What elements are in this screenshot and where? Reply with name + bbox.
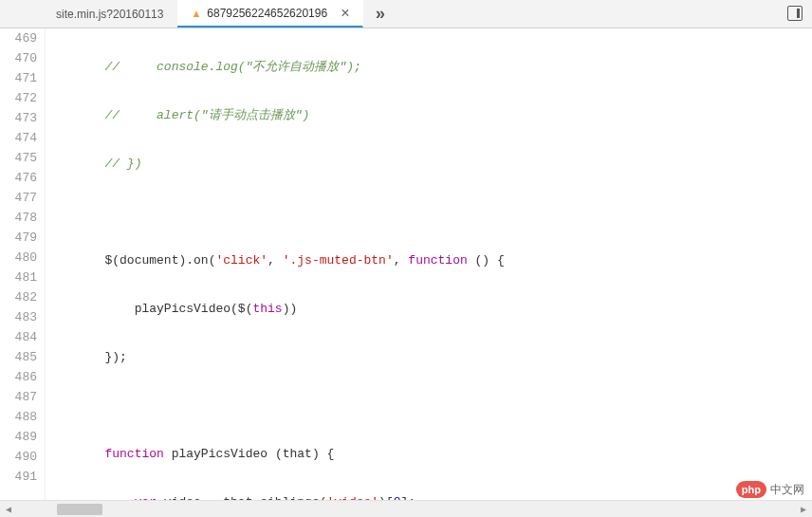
code-line: // console.log("不允许自动播放");: [46, 57, 812, 77]
line-number: 472: [0, 88, 37, 108]
line-number: 485: [0, 347, 37, 367]
line-number: 486: [0, 367, 37, 387]
tab-label: 6879256224652620196: [207, 7, 327, 20]
watermark-badge: php: [736, 481, 766, 498]
line-number: 473: [0, 108, 37, 128]
line-number: 488: [0, 407, 37, 427]
watermark: php 中文网: [736, 481, 804, 498]
code-line: $(document).on('click', '.js-muted-btn',…: [46, 250, 812, 270]
line-number: 471: [0, 68, 37, 88]
line-number: 478: [0, 208, 37, 228]
code-line: });: [46, 347, 812, 367]
scroll-right-arrow[interactable]: ▶: [795, 501, 812, 518]
line-number: 475: [0, 148, 37, 168]
tab-site-min-js[interactable]: site.min.js?20160113: [43, 0, 177, 28]
dock-icon[interactable]: [787, 6, 803, 21]
line-number: 476: [0, 168, 37, 188]
line-number: 482: [0, 287, 37, 307]
line-number: 477: [0, 188, 37, 208]
line-number: 474: [0, 128, 37, 148]
line-number: 491: [0, 467, 37, 487]
line-number: 480: [0, 248, 37, 268]
line-number: 489: [0, 427, 37, 447]
code-line: playPicsVideo($(this)): [46, 299, 812, 319]
code-editor: 4694704714724734744754764774784794804814…: [0, 28, 812, 500]
line-number: 490: [0, 447, 37, 467]
scroll-left-arrow[interactable]: ◀: [0, 501, 17, 518]
line-number: 481: [0, 268, 37, 287]
code-line: [46, 202, 812, 222]
watermark-text: 中文网: [770, 482, 804, 498]
line-number: 487: [0, 387, 37, 407]
code-content[interactable]: // console.log("不允许自动播放"); // alert("请手动…: [46, 28, 812, 500]
tab-label: site.min.js?20160113: [56, 8, 163, 21]
close-icon[interactable]: ×: [341, 5, 349, 22]
warning-icon: ▲: [191, 8, 201, 19]
horizontal-scrollbar[interactable]: ◀ ▶: [0, 500, 812, 517]
line-number: 484: [0, 327, 37, 347]
code-line: // alert("请手动点击播放"): [46, 105, 812, 125]
more-tabs-button[interactable]: »: [363, 5, 397, 24]
code-line: // }): [46, 154, 812, 174]
code-line: function playPicsVideo (that) {: [46, 444, 812, 464]
scroll-thumb[interactable]: [57, 504, 102, 515]
code-line: var video = that.siblings('video')[0];: [46, 492, 812, 500]
tab-bar: site.min.js?20160113 ▲ 68792562246526201…: [0, 0, 812, 28]
line-number: 479: [0, 228, 37, 248]
line-number: 470: [0, 48, 37, 68]
line-number-gutter: 4694704714724734744754764774784794804814…: [0, 28, 46, 500]
line-number: 483: [0, 307, 37, 327]
code-line: [46, 396, 812, 415]
tab-active-file[interactable]: ▲ 6879256224652620196 ×: [177, 0, 363, 28]
line-number: 469: [0, 28, 37, 48]
